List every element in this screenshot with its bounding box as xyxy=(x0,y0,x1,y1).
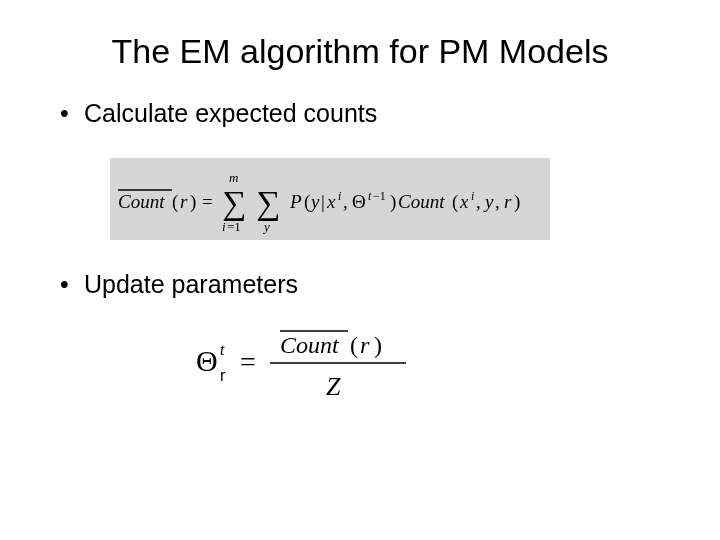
svg-text:): ) xyxy=(190,191,196,213)
svg-text:Θ: Θ xyxy=(196,344,218,377)
svg-text:=1: =1 xyxy=(227,219,241,234)
svg-text:x: x xyxy=(326,191,336,212)
svg-text:−1: −1 xyxy=(373,189,386,203)
svg-text:y: y xyxy=(262,219,270,234)
svg-text:): ) xyxy=(514,191,520,213)
svg-text:t: t xyxy=(220,341,225,358)
equation-update-parameters-svg: Θ t r = Count ( r ) Z xyxy=(188,319,448,409)
svg-text:r: r xyxy=(180,191,188,212)
svg-text:∑: ∑ xyxy=(222,184,246,222)
svg-text:,: , xyxy=(343,191,348,212)
equation-expected-counts-svg: Count ( r ) = ∑ m i =1 ∑ y P ( y | x i xyxy=(110,158,550,240)
svg-text:Count: Count xyxy=(280,332,340,358)
equation-expected-counts: Count ( r ) = ∑ m i =1 ∑ y P ( y | x i xyxy=(110,158,550,240)
svg-text:∑: ∑ xyxy=(256,184,280,222)
svg-text:Count: Count xyxy=(398,191,445,212)
svg-text:i: i xyxy=(338,189,341,203)
svg-text:=: = xyxy=(240,346,256,377)
bullet-expected-counts: Calculate expected counts xyxy=(60,99,672,128)
svg-text:,: , xyxy=(476,191,481,212)
svg-text:Count: Count xyxy=(118,191,165,212)
bullet-update-parameters: Update parameters xyxy=(60,270,672,299)
slide-title: The EM algorithm for PM Models xyxy=(48,32,672,71)
svg-text:): ) xyxy=(374,332,382,358)
svg-text:Θ: Θ xyxy=(352,191,366,212)
svg-text:(: ( xyxy=(452,191,458,213)
svg-text:r: r xyxy=(360,332,370,358)
svg-text:t: t xyxy=(368,189,372,203)
svg-text:Z: Z xyxy=(326,372,341,401)
svg-text:r: r xyxy=(220,367,226,384)
svg-text:=: = xyxy=(202,191,213,212)
svg-text:i: i xyxy=(471,189,474,203)
svg-text:r: r xyxy=(504,191,512,212)
svg-text:x: x xyxy=(459,191,469,212)
svg-text:): ) xyxy=(390,191,396,213)
svg-text:(: ( xyxy=(304,191,310,213)
equation-update-parameters: Θ t r = Count ( r ) Z xyxy=(188,319,672,409)
svg-text:i: i xyxy=(222,219,226,234)
svg-text:y: y xyxy=(483,191,494,212)
slide: The EM algorithm for PM Models Calculate… xyxy=(0,0,720,540)
svg-text:P: P xyxy=(289,191,302,212)
svg-text:|: | xyxy=(321,191,325,212)
svg-text:y: y xyxy=(309,191,320,212)
svg-text:,: , xyxy=(495,191,500,212)
svg-text:(: ( xyxy=(350,332,358,358)
svg-text:(: ( xyxy=(172,191,178,213)
svg-text:m: m xyxy=(229,170,238,185)
